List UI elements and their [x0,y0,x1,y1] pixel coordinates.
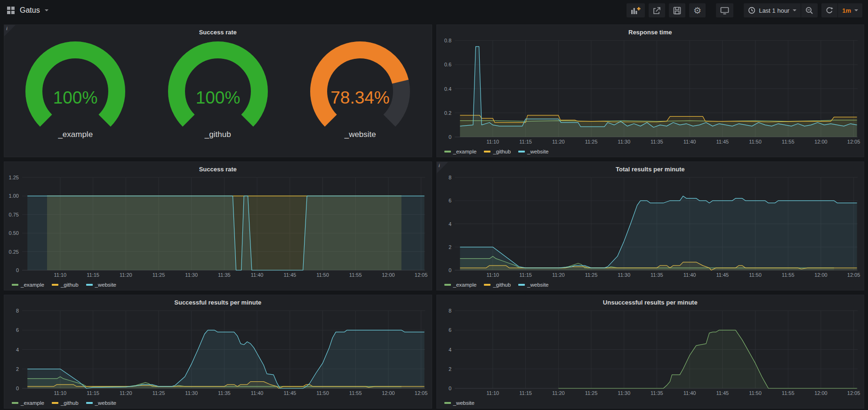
svg-text:11:40: 11:40 [251,390,264,396]
svg-text:12:05: 12:05 [415,272,428,278]
svg-text:12:05: 12:05 [415,390,428,396]
unsuccessful-results-chart[interactable]: 11:1011:1511:2011:2511:3011:3511:4011:45… [437,307,864,398]
legend-item[interactable]: _website [518,282,548,288]
svg-text:11:50: 11:50 [316,272,329,278]
zoom-out-button[interactable] [801,3,818,17]
response-time-chart[interactable]: 11:1011:1511:2011:2511:3011:3511:4011:45… [437,37,864,146]
legend-item[interactable]: _website [444,400,474,406]
chart-legend: _website [437,398,864,408]
svg-text:11:30: 11:30 [618,139,630,145]
svg-text:11:30: 11:30 [618,272,630,278]
dashboard-grid-icon[interactable] [7,6,15,15]
svg-text:11:25: 11:25 [585,390,597,396]
svg-text:0.50: 0.50 [9,230,19,236]
panel-title[interactable]: Success rate [4,162,432,174]
refresh-button[interactable] [821,3,837,17]
tv-mode-button[interactable] [716,3,733,17]
legend-item[interactable]: _github [52,400,79,406]
success-rate-chart[interactable]: 11:1011:1511:2011:2511:3011:3511:4011:45… [4,174,432,280]
svg-text:6: 6 [16,327,19,333]
chart-canvas[interactable]: 11:1011:1511:2011:2511:3011:3511:4011:45… [437,37,864,146]
series-color-dash [52,402,58,404]
svg-text:11:15: 11:15 [87,390,99,396]
legend-item[interactable]: _example [444,149,477,154]
svg-text:11:45: 11:45 [716,390,729,396]
panel-title[interactable]: Total results per minute [437,162,864,174]
legend-item[interactable]: _website [86,282,116,288]
chart-canvas[interactable]: 11:1011:1511:2011:2511:3011:3511:4011:45… [437,174,864,280]
svg-text:0.75: 0.75 [9,212,19,217]
total-results-chart[interactable]: 11:1011:1511:2011:2511:3011:3511:4011:45… [437,174,864,280]
svg-text:11:45: 11:45 [716,272,729,278]
legend-item[interactable]: _github [484,282,511,288]
svg-text:11:20: 11:20 [552,390,564,396]
panel-title[interactable]: Response time [437,25,864,37]
svg-text:12:00: 12:00 [382,390,395,396]
panel-success-rate-chart: Success rate 11:1011:1511:2011:2511:3011… [4,161,432,290]
svg-text:0.25: 0.25 [9,249,19,255]
legend-item[interactable]: _github [484,149,511,154]
chart-canvas[interactable]: 11:1011:1511:2011:2511:3011:3511:4011:45… [4,174,432,280]
svg-text:11:55: 11:55 [349,390,362,396]
panel-info-corner[interactable]: i [4,25,16,36]
svg-text:12:05: 12:05 [847,272,860,278]
svg-text:11:35: 11:35 [651,272,663,278]
series-color-dash [518,151,525,153]
save-button[interactable] [669,3,685,17]
panel-title[interactable]: Successful results per minute [4,295,432,307]
legend-item[interactable]: _example [12,400,44,406]
series-color-dash [444,402,451,404]
legend-item[interactable]: _example [444,282,477,288]
chart-legend: _example_github_website [4,398,432,408]
save-icon [673,7,681,15]
chevron-down-icon[interactable] [45,9,48,11]
panel-info-corner[interactable]: i [437,162,448,173]
dashboard-grid: i Success rate 100% _example 100% _githu… [0,21,868,410]
panel-title[interactable]: Unsuccessful results per minute [437,295,864,307]
refresh-interval-picker[interactable]: 1m [837,3,862,17]
svg-text:0.8: 0.8 [444,38,451,43]
chart-canvas[interactable]: 11:1011:1511:2011:2511:3011:3511:4011:45… [4,307,432,398]
share-button[interactable] [649,3,665,17]
svg-text:11:20: 11:20 [120,390,132,396]
series-color-dash [52,284,58,286]
panel-success-rate-gauges: i Success rate 100% _example 100% _githu… [4,24,432,157]
chart-canvas[interactable]: 11:1011:1511:2011:2511:3011:3511:4011:45… [437,307,864,398]
gauge-value: 78.34% [331,88,390,107]
svg-text:11:40: 11:40 [683,139,696,145]
panel-title[interactable]: Success rate [4,25,432,37]
legend-item[interactable]: _example [12,282,44,288]
legend-item[interactable]: _website [518,149,548,154]
gauge-label: _website [345,130,376,139]
svg-text:11:45: 11:45 [283,390,296,396]
svg-text:11:35: 11:35 [651,139,663,145]
svg-text:11:30: 11:30 [618,390,630,396]
dashboard-title[interactable]: Gatus [20,6,40,15]
svg-text:11:25: 11:25 [153,390,165,396]
zoom-out-icon [805,7,813,15]
gauge-label: _example [58,130,93,139]
settings-button[interactable]: ⚙ [689,3,706,17]
svg-text:11:15: 11:15 [519,139,532,145]
svg-text:11:15: 11:15 [519,390,532,396]
svg-text:11:40: 11:40 [683,390,696,396]
svg-text:11:30: 11:30 [185,390,198,396]
svg-text:4: 4 [16,347,19,353]
panel-response-time: Response time 11:1011:1511:2011:2511:301… [436,24,865,157]
gauge-chart[interactable]: 100% _example 100% _github 78.34% _websi… [4,37,432,157]
legend-item[interactable]: _website [86,400,116,406]
svg-text:11:55: 11:55 [781,272,794,278]
successful-results-chart[interactable]: 11:1011:1511:2011:2511:3011:3511:4011:45… [4,307,432,398]
svg-text:0: 0 [448,134,451,140]
refresh-interval-label: 1m [842,7,851,14]
svg-text:8: 8 [448,308,451,314]
legend-item[interactable]: _github [52,282,79,288]
add-panel-button[interactable] [627,3,645,17]
svg-text:11:30: 11:30 [185,272,198,278]
svg-text:0.2: 0.2 [444,110,451,116]
svg-text:11:50: 11:50 [316,390,329,396]
svg-text:12:05: 12:05 [847,139,860,145]
gauge: 100% _github [162,39,273,139]
chevron-down-icon [854,9,858,11]
time-range-picker[interactable]: Last 1 hour [744,3,801,17]
